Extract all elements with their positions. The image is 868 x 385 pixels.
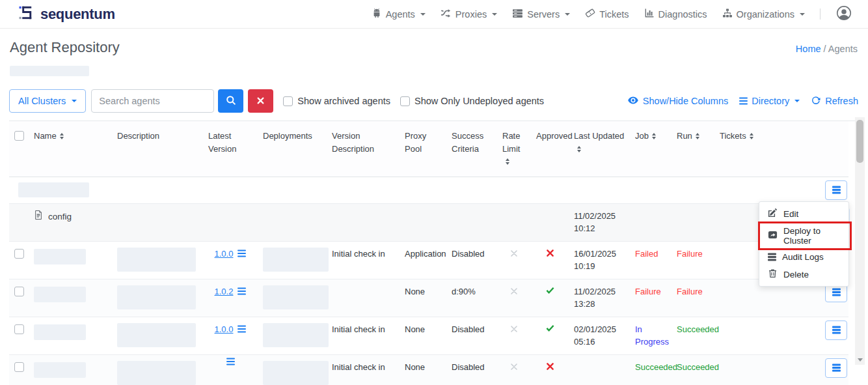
sort-icon — [652, 133, 656, 139]
version-menu-icon[interactable] — [226, 361, 235, 362]
job-status[interactable]: In Progress — [630, 317, 671, 354]
show-hide-columns-button[interactable]: Show/Hide Columns — [627, 94, 728, 108]
nav-diagnostics[interactable]: Diagnostics — [644, 8, 707, 20]
chevron-down-icon — [800, 13, 805, 16]
breadcrumb-separator: / — [824, 44, 826, 54]
job-status[interactable]: Failed — [630, 242, 671, 266]
table-row[interactable]: 1.0.0 Initial check in Application Disab… — [9, 242, 848, 279]
version-menu-icon[interactable] — [237, 291, 246, 292]
clear-search-button[interactable] — [248, 89, 273, 113]
row-checkbox[interactable] — [14, 324, 24, 334]
proxy-pool-cell: None — [400, 317, 446, 342]
brand-logo[interactable]: sequentum — [18, 4, 115, 24]
redacted-agent-name — [34, 287, 86, 302]
file-name: config — [34, 210, 107, 224]
table-row[interactable]: 1.0.0 Initial check in None Disabled 02/… — [9, 317, 848, 355]
version-link[interactable]: 1.0.0 — [215, 323, 234, 336]
person-circle-icon — [835, 5, 852, 23]
job-status[interactable]: Succeeded — [630, 355, 671, 380]
menu-item-audit-logs[interactable]: Audit Logs — [759, 249, 848, 265]
rate-limit-cell — [497, 317, 531, 342]
ticket-icon — [585, 8, 595, 20]
menu-item-delete[interactable]: Delete — [759, 265, 848, 283]
col-header-last-updated[interactable]: Last Updated — [569, 121, 630, 164]
user-menu-button[interactable] — [835, 5, 852, 23]
version-link[interactable]: 1.0.0 — [215, 248, 234, 261]
row-checkbox[interactable] — [14, 249, 24, 259]
nav-agents[interactable]: Agents — [372, 8, 426, 20]
show-undeployed-checkbox[interactable] — [400, 96, 410, 106]
col-header-name[interactable]: Name — [29, 121, 112, 151]
job-status[interactable]: Failure — [630, 279, 671, 304]
redacted-agent-name — [34, 324, 86, 340]
disabled-x-icon — [511, 288, 517, 294]
chevron-down-icon — [72, 100, 77, 102]
menu-icon — [832, 189, 841, 190]
table-row[interactable]: config 11/02/2025 10:12 — [9, 204, 848, 242]
directory-dropdown[interactable]: Directory — [739, 96, 800, 106]
redacted-description — [117, 323, 196, 347]
run-status[interactable]: Failure — [671, 279, 714, 304]
table-scrollbar[interactable] — [855, 117, 865, 365]
nav-proxies[interactable]: Proxies — [441, 8, 497, 21]
row-checkbox[interactable] — [14, 287, 24, 296]
row-menu-button[interactable] — [825, 358, 847, 378]
sort-icon — [60, 133, 64, 139]
version-link[interactable]: 1.0.2 — [215, 285, 234, 298]
col-header-run[interactable]: Run — [671, 121, 714, 151]
refresh-button[interactable]: Refresh — [811, 95, 858, 107]
page-title: Agent Repository — [10, 39, 120, 56]
table-row[interactable]: 1.0.2 None d:90% 11/02/202513:28 Failure… — [9, 279, 848, 317]
cluster-filter-dropdown[interactable]: All Clusters — [9, 89, 86, 113]
top-navbar: sequentum Agents Proxies Servers Tickets… — [0, 0, 868, 29]
close-icon — [257, 96, 264, 106]
proxy-pool-cell: None — [400, 355, 446, 380]
version-menu-icon[interactable] — [237, 328, 246, 330]
col-header-approved: Approved — [531, 121, 569, 151]
search-button[interactable] — [218, 89, 243, 113]
redacted-description — [117, 248, 196, 272]
nav-servers[interactable]: Servers — [512, 8, 570, 21]
redacted-deployments — [263, 361, 329, 385]
col-header-proxy-pool: Proxy Pool — [400, 121, 446, 164]
table-row[interactable] — [9, 177, 848, 204]
breadcrumb-home-link[interactable]: Home — [796, 44, 821, 54]
run-status[interactable]: Failure — [671, 242, 714, 266]
approved-cell — [531, 279, 569, 304]
deploy-icon — [768, 230, 778, 242]
show-archived-checkbox[interactable] — [283, 96, 293, 106]
select-all-checkbox[interactable] — [14, 131, 24, 141]
redacted-subtitle — [10, 66, 89, 76]
col-header-rate-limit[interactable]: Rate Limit — [497, 121, 531, 177]
approved-cell — [531, 317, 569, 342]
nav-tickets[interactable]: Tickets — [585, 8, 629, 20]
menu-item-deploy-to-cluster[interactable]: Deploy to Cluster — [759, 223, 848, 249]
nav-organizations[interactable]: Organizations — [722, 8, 805, 20]
row-menu-button[interactable] — [825, 180, 847, 200]
server-stack-icon — [512, 8, 523, 21]
sort-icon — [696, 133, 699, 139]
table-row[interactable]: Initial check in None Disabled Succeeded… — [9, 355, 848, 385]
search-input[interactable] — [91, 89, 214, 113]
approved-check-icon — [546, 324, 554, 332]
row-menu-button[interactable] — [825, 321, 847, 340]
col-header-tickets[interactable]: Tickets — [714, 121, 765, 151]
scrollbar-thumb[interactable] — [856, 120, 863, 163]
redacted-deployments — [263, 248, 329, 272]
row-checkbox[interactable] — [14, 362, 24, 372]
version-menu-icon[interactable] — [237, 253, 246, 254]
not-approved-icon — [547, 250, 554, 257]
menu-item-edit[interactable]: Edit — [759, 205, 848, 223]
success-criteria-cell: Disabled — [446, 242, 497, 266]
scroll-down-arrow-icon[interactable] — [858, 358, 863, 362]
col-header-job[interactable]: Job — [630, 121, 671, 151]
list-icon — [768, 256, 776, 257]
shuffle-icon — [441, 8, 452, 21]
col-header-actions — [765, 121, 848, 138]
show-undeployed-checkbox-group: Show Only Undeployed agents — [400, 96, 544, 106]
success-criteria-cell: d:90% — [446, 279, 497, 304]
rate-limit-cell — [497, 279, 531, 304]
breadcrumb-current: Agents — [828, 44, 858, 54]
run-status[interactable]: Succeeded — [671, 317, 714, 342]
run-status[interactable]: Succeeded — [671, 355, 714, 380]
